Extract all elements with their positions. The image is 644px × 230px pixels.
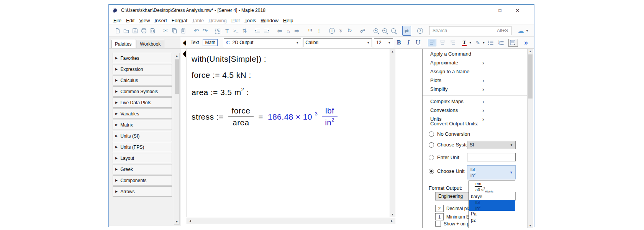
- debug-icon[interactable]: ✳: [337, 26, 345, 35]
- choose-unit-combo[interactable]: lbf in2 ▼: [467, 165, 516, 179]
- palette-arrows[interactable]: ▶Arrows: [113, 186, 172, 197]
- scroll-left-icon[interactable]: ◄: [188, 219, 192, 223]
- font-combo[interactable]: Calibri ▼: [303, 38, 372, 47]
- zoom-reset-icon[interactable]: [389, 26, 397, 35]
- bullet-list-button[interactable]: [487, 39, 495, 46]
- context-plots[interactable]: Plots›: [423, 76, 527, 85]
- math-line-with-units[interactable]: with(Units[Simple]) :: [192, 54, 266, 64]
- enter-unit-input[interactable]: [467, 153, 516, 161]
- unit-option-barye[interactable]: barye: [469, 194, 515, 200]
- palette-collapse-handle[interactable]: ◀: [183, 48, 186, 59]
- panel-scrollbar[interactable]: ▲ ▼: [527, 49, 533, 228]
- hyperlink-icon[interactable]: ☍: [359, 26, 367, 35]
- palette-expression[interactable]: ▶Expression: [113, 64, 172, 74]
- expand-panel-chevron[interactable]: »: [524, 39, 527, 47]
- palette-live-data-plots[interactable]: ▶Live Data Plots: [113, 97, 172, 108]
- context-apply-a-command[interactable]: Apply a Command: [423, 49, 527, 58]
- maplecloud-button[interactable]: ☁ ▼: [518, 27, 529, 35]
- system-combo[interactable]: SI ▼: [467, 141, 516, 149]
- radio-icon[interactable]: [429, 155, 434, 160]
- home-icon[interactable]: ⌂: [284, 26, 292, 35]
- scroll-up-icon[interactable]: ▲: [174, 54, 179, 57]
- unit-option-pz[interactable]: pz: [469, 217, 515, 223]
- menu-view[interactable]: View: [137, 17, 152, 24]
- tab-workbook[interactable]: Workbook: [136, 40, 164, 48]
- execute-current-icon[interactable]: !: [315, 26, 323, 35]
- style-combo[interactable]: C 2D Output ▼: [224, 38, 301, 47]
- split-join-icon[interactable]: ⇅: [241, 26, 249, 35]
- scroll-thumb[interactable]: [528, 54, 533, 99]
- scroll-down-icon[interactable]: ▼: [528, 224, 533, 227]
- interrupt-icon[interactable]: !: [328, 26, 336, 35]
- unit-option-em[interactable]: ema0 s2Atomic: [469, 181, 515, 194]
- highlight-pen-icon[interactable]: ✎: [476, 40, 480, 46]
- help-icon[interactable]: ?: [416, 26, 424, 35]
- numbered-list-button[interactable]: 123: [497, 39, 506, 46]
- worksheet-vertical-scrollbar[interactable]: ▲ ▼: [390, 49, 395, 217]
- radio-icon[interactable]: [429, 142, 434, 148]
- back-icon[interactable]: ⇦: [275, 26, 283, 35]
- tab-mode-icon[interactable]: ⇄: [402, 26, 411, 36]
- radio-no-conversion[interactable]: No Conversion: [429, 131, 470, 137]
- unit-option-pa[interactable]: Pa: [469, 211, 515, 217]
- indent-section-icon[interactable]: [254, 26, 262, 35]
- menu-format[interactable]: Format: [169, 17, 190, 24]
- zoom-out-icon[interactable]: −: [380, 26, 388, 35]
- collapse-palette-icon[interactable]: ◀: [183, 38, 186, 47]
- math-line-force[interactable]: force := 4.5 kN :: [192, 71, 251, 80]
- palette-common-symbols[interactable]: ▶Common Symbols: [113, 86, 172, 97]
- radio-icon[interactable]: [429, 131, 434, 137]
- tab-palettes[interactable]: Palettes: [111, 40, 135, 48]
- show-plus-checkbox[interactable]: [435, 221, 441, 227]
- scroll-up-icon[interactable]: ▲: [390, 50, 395, 53]
- print-preview-icon[interactable]: [149, 26, 157, 35]
- insert-input-icon[interactable]: >_: [232, 26, 240, 35]
- worksheet-horizontal-scrollbar[interactable]: ◄ ►: [187, 218, 395, 224]
- forward-icon[interactable]: ⇨: [293, 26, 301, 35]
- maximize-button[interactable]: □: [491, 5, 509, 16]
- menu-help[interactable]: Help: [281, 17, 296, 24]
- copy-icon[interactable]: [170, 26, 179, 35]
- font-color-button[interactable]: T: [462, 39, 467, 46]
- align-left-button[interactable]: [428, 39, 436, 46]
- palette-scrollbar[interactable]: ▲ ▼: [174, 53, 180, 225]
- palette-layout[interactable]: ▶Layout: [113, 153, 172, 163]
- menu-insert[interactable]: Insert: [152, 17, 169, 24]
- context-conversions[interactable]: Conversions›: [423, 106, 527, 115]
- open-icon[interactable]: [122, 26, 130, 35]
- palette-greek[interactable]: ▶Greek: [113, 164, 172, 174]
- radio-enter-unit[interactable]: Enter Unit: [429, 154, 459, 160]
- minimize-button[interactable]: —: [474, 5, 491, 16]
- radio-choose-unit[interactable]: Choose Unit: [429, 168, 465, 174]
- outdent-section-icon[interactable]: [262, 26, 270, 35]
- print-icon[interactable]: [140, 26, 148, 35]
- radio-choose-system[interactable]: Choose System: [429, 142, 472, 148]
- palette-units-si[interactable]: ▶Units (SI): [113, 131, 172, 141]
- align-center-button[interactable]: [438, 39, 447, 46]
- context-panel-toggle-button[interactable]: [508, 39, 518, 47]
- scroll-down-icon[interactable]: ▼: [174, 220, 179, 223]
- save-icon[interactable]: [131, 26, 139, 35]
- insert-annotation-icon[interactable]: ✎: [214, 26, 222, 35]
- palette-matrix[interactable]: ▶Matrix: [113, 120, 172, 130]
- zoom-in-icon[interactable]: +: [372, 26, 380, 35]
- menu-window[interactable]: Window: [259, 17, 281, 24]
- menu-file[interactable]: File: [111, 17, 124, 24]
- cut-icon[interactable]: ✂: [162, 26, 170, 35]
- font-size-combo[interactable]: 12 ▼: [374, 38, 393, 47]
- menu-edit[interactable]: Edit: [124, 17, 137, 24]
- new-document-icon[interactable]: [113, 26, 121, 35]
- redo-icon[interactable]: ↷: [201, 26, 209, 35]
- align-right-button[interactable]: [449, 39, 457, 46]
- context-approximate[interactable]: Approximate›: [423, 58, 527, 67]
- context-simplify[interactable]: Simplify›: [423, 85, 527, 94]
- execute-all-icon[interactable]: !!!: [306, 26, 314, 35]
- palette-favorites[interactable]: ▶Favorites: [113, 53, 172, 63]
- math-line-area[interactable]: area := 3.5 m2 :: [192, 87, 249, 97]
- scroll-up-icon[interactable]: ▲: [528, 50, 533, 53]
- scroll-right-icon[interactable]: ►: [390, 219, 393, 223]
- italic-button[interactable]: I: [405, 39, 412, 46]
- palette-variables[interactable]: ▶Variables: [113, 108, 172, 119]
- worksheet[interactable]: with(Units[Simple]) : force := 4.5 kN : …: [187, 49, 390, 217]
- decimal-places-input[interactable]: 2: [435, 205, 444, 212]
